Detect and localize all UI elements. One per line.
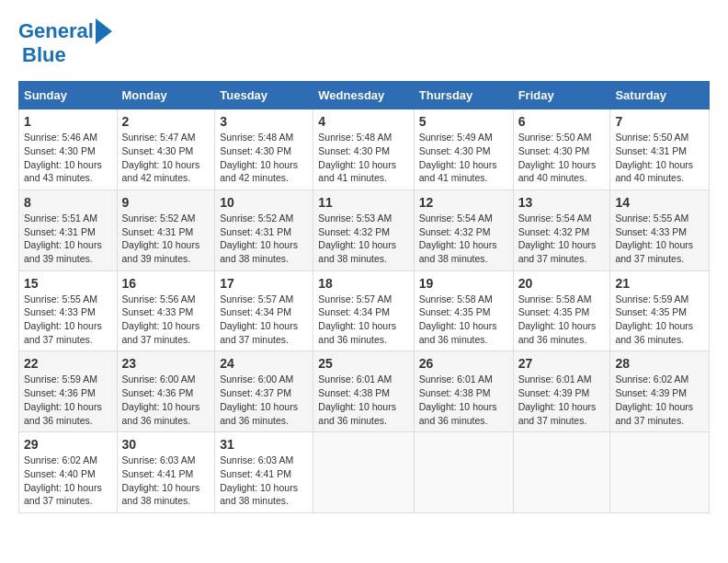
day-info: Sunrise: 5:59 AM Sunset: 4:36 PM Dayligh… xyxy=(24,373,112,427)
calendar-cell xyxy=(313,432,414,513)
day-number: 26 xyxy=(419,356,508,371)
day-info: Sunrise: 5:48 AM Sunset: 4:30 PM Dayligh… xyxy=(318,131,408,185)
day-number: 20 xyxy=(518,276,606,291)
calendar-week-2: 8 Sunrise: 5:51 AM Sunset: 4:31 PM Dayli… xyxy=(19,190,710,270)
day-info: Sunrise: 6:02 AM Sunset: 4:40 PM Dayligh… xyxy=(24,454,112,508)
calendar-week-4: 22 Sunrise: 5:59 AM Sunset: 4:36 PM Dayl… xyxy=(19,351,710,432)
day-number: 15 xyxy=(24,276,112,291)
day-info: Sunrise: 5:57 AM Sunset: 4:34 PM Dayligh… xyxy=(220,293,308,347)
day-number: 9 xyxy=(122,195,210,210)
calendar-cell: 17 Sunrise: 5:57 AM Sunset: 4:34 PM Dayl… xyxy=(215,270,313,351)
calendar-cell: 12 Sunrise: 5:54 AM Sunset: 4:32 PM Dayl… xyxy=(414,190,513,270)
calendar-cell: 16 Sunrise: 5:56 AM Sunset: 4:33 PM Dayl… xyxy=(117,270,215,351)
day-info: Sunrise: 5:52 AM Sunset: 4:31 PM Dayligh… xyxy=(220,212,308,266)
day-number: 17 xyxy=(220,276,308,291)
day-info: Sunrise: 6:01 AM Sunset: 4:38 PM Dayligh… xyxy=(318,373,408,427)
header-thursday: Thursday xyxy=(414,82,513,109)
header-tuesday: Tuesday xyxy=(215,82,313,109)
calendar-cell: 15 Sunrise: 5:55 AM Sunset: 4:33 PM Dayl… xyxy=(19,270,118,351)
day-info: Sunrise: 5:49 AM Sunset: 4:30 PM Dayligh… xyxy=(419,131,508,185)
calendar-cell: 6 Sunrise: 5:50 AM Sunset: 4:30 PM Dayli… xyxy=(513,109,610,190)
day-info: Sunrise: 5:46 AM Sunset: 4:30 PM Dayligh… xyxy=(24,131,112,185)
logo: General Blue xyxy=(18,18,112,66)
day-number: 8 xyxy=(24,195,112,210)
day-number: 23 xyxy=(122,356,210,371)
logo-text-line2: Blue xyxy=(22,44,66,66)
calendar-header-row: SundayMondayTuesdayWednesdayThursdayFrid… xyxy=(19,82,710,109)
header-friday: Friday xyxy=(513,82,610,109)
calendar-cell: 9 Sunrise: 5:52 AM Sunset: 4:31 PM Dayli… xyxy=(117,190,215,270)
day-number: 27 xyxy=(518,356,606,371)
calendar-cell: 18 Sunrise: 5:57 AM Sunset: 4:34 PM Dayl… xyxy=(313,270,414,351)
calendar-week-5: 29 Sunrise: 6:02 AM Sunset: 4:40 PM Dayl… xyxy=(19,432,710,513)
calendar-cell: 22 Sunrise: 5:59 AM Sunset: 4:36 PM Dayl… xyxy=(19,351,118,432)
day-info: Sunrise: 5:55 AM Sunset: 4:33 PM Dayligh… xyxy=(615,212,704,266)
day-number: 16 xyxy=(122,276,210,291)
day-info: Sunrise: 6:03 AM Sunset: 4:41 PM Dayligh… xyxy=(122,454,210,508)
calendar-cell: 7 Sunrise: 5:50 AM Sunset: 4:31 PM Dayli… xyxy=(610,109,710,190)
calendar-cell: 23 Sunrise: 6:00 AM Sunset: 4:36 PM Dayl… xyxy=(117,351,215,432)
calendar-cell: 28 Sunrise: 6:02 AM Sunset: 4:39 PM Dayl… xyxy=(610,351,710,432)
day-number: 19 xyxy=(419,276,508,291)
day-number: 10 xyxy=(220,195,308,210)
day-info: Sunrise: 5:58 AM Sunset: 4:35 PM Dayligh… xyxy=(419,293,508,347)
day-info: Sunrise: 6:01 AM Sunset: 4:38 PM Dayligh… xyxy=(419,373,508,427)
calendar-cell: 25 Sunrise: 6:01 AM Sunset: 4:38 PM Dayl… xyxy=(313,351,414,432)
day-info: Sunrise: 5:51 AM Sunset: 4:31 PM Dayligh… xyxy=(24,212,112,266)
day-number: 2 xyxy=(122,114,210,129)
calendar-cell: 26 Sunrise: 6:01 AM Sunset: 4:38 PM Dayl… xyxy=(414,351,513,432)
calendar-cell: 2 Sunrise: 5:47 AM Sunset: 4:30 PM Dayli… xyxy=(117,109,215,190)
calendar-cell: 5 Sunrise: 5:49 AM Sunset: 4:30 PM Dayli… xyxy=(414,109,513,190)
day-info: Sunrise: 5:59 AM Sunset: 4:35 PM Dayligh… xyxy=(615,293,704,347)
day-number: 6 xyxy=(518,114,606,129)
header-monday: Monday xyxy=(117,82,215,109)
day-info: Sunrise: 6:00 AM Sunset: 4:37 PM Dayligh… xyxy=(220,373,308,427)
calendar-cell: 27 Sunrise: 6:01 AM Sunset: 4:39 PM Dayl… xyxy=(513,351,610,432)
calendar-cell: 3 Sunrise: 5:48 AM Sunset: 4:30 PM Dayli… xyxy=(215,109,313,190)
day-info: Sunrise: 5:55 AM Sunset: 4:33 PM Dayligh… xyxy=(24,293,112,347)
calendar-cell xyxy=(610,432,710,513)
logo-arrow-icon xyxy=(96,18,112,44)
page-header: General Blue xyxy=(18,18,710,66)
day-info: Sunrise: 5:54 AM Sunset: 4:32 PM Dayligh… xyxy=(419,212,508,266)
day-number: 31 xyxy=(220,437,308,452)
calendar-week-1: 1 Sunrise: 5:46 AM Sunset: 4:30 PM Dayli… xyxy=(19,109,710,190)
day-info: Sunrise: 5:53 AM Sunset: 4:32 PM Dayligh… xyxy=(318,212,408,266)
calendar-cell: 30 Sunrise: 6:03 AM Sunset: 4:41 PM Dayl… xyxy=(117,432,215,513)
logo-text-line1: General xyxy=(18,20,94,42)
day-info: Sunrise: 5:52 AM Sunset: 4:31 PM Dayligh… xyxy=(122,212,210,266)
day-info: Sunrise: 6:01 AM Sunset: 4:39 PM Dayligh… xyxy=(518,373,606,427)
day-number: 22 xyxy=(24,356,112,371)
day-info: Sunrise: 5:48 AM Sunset: 4:30 PM Dayligh… xyxy=(220,131,308,185)
day-number: 5 xyxy=(419,114,508,129)
day-number: 24 xyxy=(220,356,308,371)
calendar-cell: 20 Sunrise: 5:58 AM Sunset: 4:35 PM Dayl… xyxy=(513,270,610,351)
calendar-cell: 4 Sunrise: 5:48 AM Sunset: 4:30 PM Dayli… xyxy=(313,109,414,190)
day-number: 25 xyxy=(318,356,408,371)
day-number: 14 xyxy=(615,195,704,210)
day-number: 18 xyxy=(318,276,408,291)
calendar-table: SundayMondayTuesdayWednesdayThursdayFrid… xyxy=(18,81,710,513)
calendar-cell: 31 Sunrise: 6:03 AM Sunset: 4:41 PM Dayl… xyxy=(215,432,313,513)
day-number: 29 xyxy=(24,437,112,452)
calendar-cell: 19 Sunrise: 5:58 AM Sunset: 4:35 PM Dayl… xyxy=(414,270,513,351)
day-number: 7 xyxy=(615,114,704,129)
calendar-cell: 11 Sunrise: 5:53 AM Sunset: 4:32 PM Dayl… xyxy=(313,190,414,270)
day-info: Sunrise: 6:03 AM Sunset: 4:41 PM Dayligh… xyxy=(220,454,308,508)
calendar-cell: 8 Sunrise: 5:51 AM Sunset: 4:31 PM Dayli… xyxy=(19,190,118,270)
calendar-cell: 1 Sunrise: 5:46 AM Sunset: 4:30 PM Dayli… xyxy=(19,109,118,190)
calendar-cell xyxy=(513,432,610,513)
calendar-week-3: 15 Sunrise: 5:55 AM Sunset: 4:33 PM Dayl… xyxy=(19,270,710,351)
day-info: Sunrise: 5:54 AM Sunset: 4:32 PM Dayligh… xyxy=(518,212,606,266)
day-info: Sunrise: 5:50 AM Sunset: 4:30 PM Dayligh… xyxy=(518,131,606,185)
header-sunday: Sunday xyxy=(19,82,118,109)
day-info: Sunrise: 5:47 AM Sunset: 4:30 PM Dayligh… xyxy=(122,131,210,185)
day-info: Sunrise: 5:57 AM Sunset: 4:34 PM Dayligh… xyxy=(318,293,408,347)
day-number: 3 xyxy=(220,114,308,129)
day-number: 28 xyxy=(615,356,704,371)
header-saturday: Saturday xyxy=(610,82,710,109)
calendar-cell: 13 Sunrise: 5:54 AM Sunset: 4:32 PM Dayl… xyxy=(513,190,610,270)
day-number: 1 xyxy=(24,114,112,129)
calendar-cell: 14 Sunrise: 5:55 AM Sunset: 4:33 PM Dayl… xyxy=(610,190,710,270)
day-number: 11 xyxy=(318,195,408,210)
